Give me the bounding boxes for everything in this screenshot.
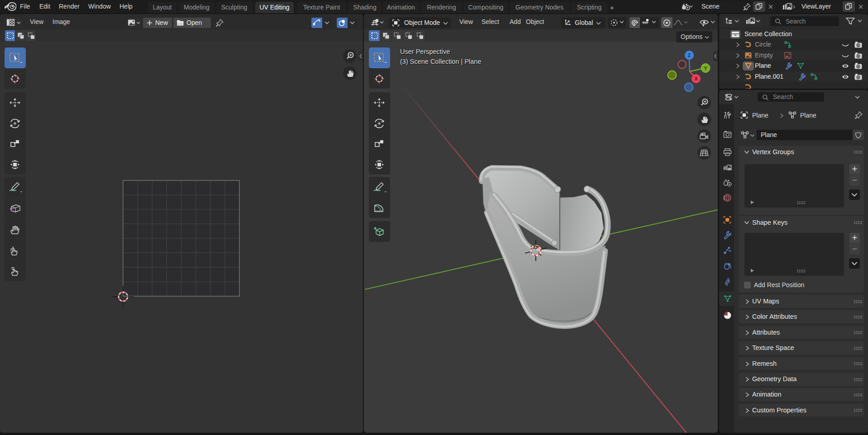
svg-text:Y: Y	[704, 66, 707, 71]
svg-text:Z: Z	[687, 52, 691, 58]
svg-text:X: X	[694, 76, 698, 81]
